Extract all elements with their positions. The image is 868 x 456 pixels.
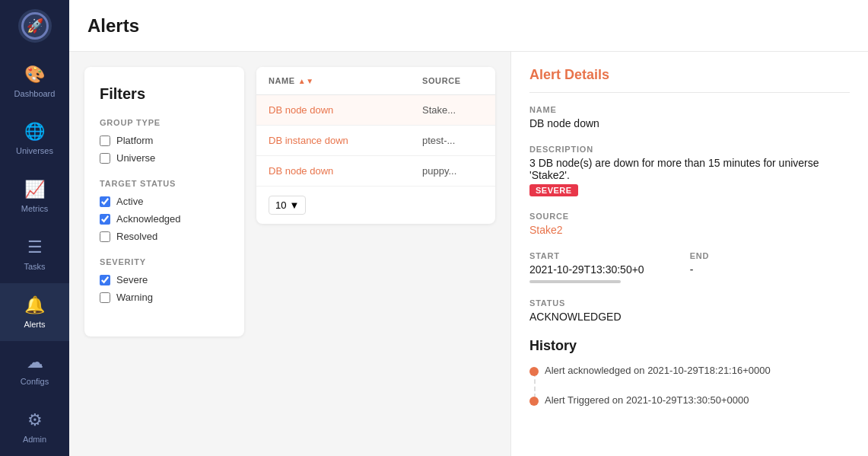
- universes-icon: 🌐: [24, 122, 45, 142]
- filter-section-group-type: GROUP TYPE Platform Universe: [100, 118, 229, 164]
- alerts-icon: 🔔: [24, 295, 45, 315]
- time-bar: [529, 280, 621, 283]
- page-size-value: 10: [275, 199, 286, 211]
- sort-icon: ▲▼: [298, 77, 314, 85]
- page-size-select[interactable]: 10 ▼: [269, 196, 306, 215]
- sidebar-logo: 🚀: [0, 0, 69, 53]
- metrics-icon: 📈: [24, 180, 45, 199]
- history-text: Alert Triggered on 2021-10-29T13:30:50+0…: [545, 394, 749, 406]
- alert-name-link[interactable]: DB node down: [269, 104, 422, 116]
- sidebar-item-label: Admin: [23, 435, 46, 444]
- checkbox-platform-label: Platform: [116, 135, 153, 146]
- col-header-source: SOURCE: [422, 76, 483, 85]
- configs-icon: ☁: [27, 352, 43, 372]
- severity-label: SEVERITY: [100, 257, 229, 266]
- group-type-label: GROUP TYPE: [100, 118, 229, 127]
- detail-end-label: END: [690, 251, 710, 260]
- checkbox-severe[interactable]: Severe: [100, 274, 229, 285]
- detail-name-value: DB node down: [529, 117, 850, 129]
- checkbox-warning-input[interactable]: [100, 292, 110, 303]
- pagination-row: 10 ▼: [256, 187, 495, 224]
- checkbox-platform-input[interactable]: [100, 136, 110, 146]
- main-area: Alerts Filters GROUP TYPE Platform Unive…: [69, 0, 868, 456]
- detail-end-value: -: [690, 263, 710, 276]
- page-size-chevron-icon: ▼: [289, 199, 299, 211]
- sidebar-item-alerts[interactable]: 🔔 Alerts: [0, 283, 69, 341]
- sidebar-item-universes[interactable]: 🌐 Universes: [0, 110, 69, 168]
- checkbox-active-input[interactable]: [100, 196, 110, 207]
- detail-source-section: SOURCE Stake2: [529, 212, 850, 236]
- alert-source: Stake...: [422, 104, 483, 116]
- checkbox-acknowledged-label: Acknowledged: [116, 213, 181, 225]
- col-header-name: NAME ▲▼: [269, 76, 422, 85]
- filter-section-severity: SEVERITY Severe Warning: [100, 257, 229, 303]
- target-status-label: TARGET STATUS: [100, 179, 229, 188]
- history-dot-icon: [529, 367, 539, 376]
- history-title: History: [529, 338, 850, 354]
- admin-icon: ⚙: [27, 410, 43, 430]
- detail-start-value: 2021-10-29T13:30:50+0: [529, 263, 644, 276]
- checkbox-resolved[interactable]: Resolved: [100, 231, 229, 242]
- checkbox-warning[interactable]: Warning: [100, 292, 229, 303]
- detail-source-label: SOURCE: [529, 212, 850, 221]
- checkbox-acknowledged-input[interactable]: [100, 214, 110, 225]
- alert-name-link[interactable]: DB instance down: [269, 135, 422, 146]
- checkbox-universe-input[interactable]: [100, 153, 110, 164]
- history-item: Alert Triggered on 2021-10-29T13:30:50+0…: [545, 394, 850, 406]
- checkbox-resolved-input[interactable]: [100, 231, 110, 242]
- checkbox-warning-label: Warning: [116, 292, 153, 303]
- history-list: Alert acknowledged on 2021-10-29T18:21:1…: [529, 365, 850, 406]
- detail-source-value[interactable]: Stake2: [529, 224, 850, 236]
- alert-details-panel: Alert Details NAME DB node down DESCRIPT…: [510, 52, 868, 456]
- filter-section-target-status: TARGET STATUS Active Acknowledged Resolv…: [100, 179, 229, 242]
- detail-start-label: START: [529, 251, 644, 260]
- detail-description-section: DESCRIPTION 3 DB node(s) are down for mo…: [529, 145, 850, 196]
- detail-end-col: END -: [690, 251, 710, 283]
- detail-start-col: START 2021-10-29T13:30:50+0: [529, 251, 644, 283]
- history-text: Alert acknowledged on 2021-10-29T18:21:1…: [545, 365, 771, 376]
- left-panel: Filters GROUP TYPE Platform Universe TA: [69, 52, 510, 456]
- sidebar: 🚀 🎨 Dashboard 🌐 Universes 📈 Metrics ☰ Ta…: [0, 0, 69, 456]
- alert-source: puppy...: [422, 165, 483, 177]
- sidebar-item-label: Universes: [16, 146, 53, 155]
- content-split: Filters GROUP TYPE Platform Universe TA: [69, 52, 868, 456]
- checkbox-platform[interactable]: Platform: [100, 135, 229, 146]
- sidebar-item-label: Dashboard: [14, 89, 56, 98]
- checkbox-severe-input[interactable]: [100, 275, 110, 285]
- dashboard-icon: 🎨: [24, 65, 45, 85]
- table-row[interactable]: DB node down Stake...: [256, 95, 495, 126]
- filters-card: Filters GROUP TYPE Platform Universe TA: [84, 67, 244, 336]
- checkbox-resolved-label: Resolved: [116, 231, 157, 242]
- table-row[interactable]: DB instance down ptest-...: [256, 126, 495, 156]
- detail-status-label: STATUS: [529, 298, 850, 308]
- checkbox-active-label: Active: [116, 196, 143, 207]
- detail-name-section: NAME DB node down: [529, 105, 850, 129]
- detail-history-section: History Alert acknowledged on 2021-10-29…: [529, 338, 850, 406]
- sidebar-item-metrics[interactable]: 📈 Metrics: [0, 167, 69, 225]
- sidebar-item-dashboard[interactable]: 🎨 Dashboard: [0, 53, 69, 110]
- header: Alerts: [69, 0, 868, 52]
- history-dot-icon: [529, 397, 539, 406]
- sidebar-item-configs[interactable]: ☁ Configs: [0, 341, 69, 399]
- detail-description-value: 3 DB node(s) are down for more than 15 m…: [529, 157, 850, 181]
- checkbox-universe-label: Universe: [116, 152, 155, 164]
- table-row[interactable]: DB node down puppy...: [256, 156, 495, 187]
- checkbox-universe[interactable]: Universe: [100, 152, 229, 164]
- sidebar-item-tasks[interactable]: ☰ Tasks: [0, 225, 69, 283]
- sidebar-item-label: Metrics: [21, 204, 48, 213]
- alerts-table-card: NAME ▲▼ SOURCE DB node down Stake... DB …: [256, 67, 495, 224]
- alert-name-link[interactable]: DB node down: [269, 165, 422, 177]
- detail-status-section: STATUS ACKNOWLEDGED: [529, 298, 850, 323]
- detail-name-label: NAME: [529, 105, 850, 114]
- sidebar-item-admin[interactable]: ⚙ Admin: [0, 398, 69, 456]
- alert-details-title: Alert Details: [529, 67, 850, 93]
- checkbox-active[interactable]: Active: [100, 196, 229, 207]
- checkbox-acknowledged[interactable]: Acknowledged: [100, 213, 229, 225]
- alert-source: ptest-...: [422, 135, 483, 146]
- tasks-icon: ☰: [27, 238, 43, 257]
- sidebar-item-label: Alerts: [24, 320, 45, 329]
- sidebar-item-label: Tasks: [24, 262, 45, 271]
- page-title: Alerts: [87, 15, 139, 37]
- severity-badge: SEVERE: [529, 184, 578, 196]
- logo-rocket-icon: 🚀: [27, 18, 43, 34]
